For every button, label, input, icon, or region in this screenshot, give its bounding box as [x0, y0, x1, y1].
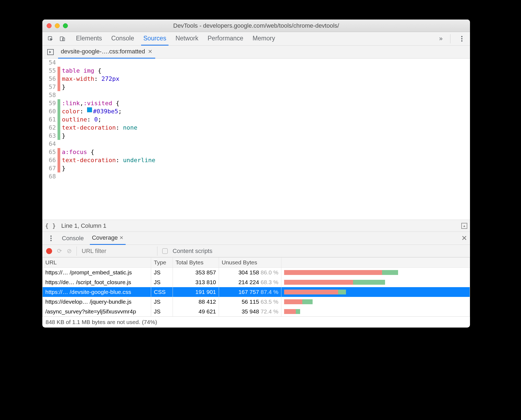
editor-statusbar: { } Line 1, Column 1	[42, 220, 470, 232]
file-tab[interactable]: devsite-google-….css:formatted ✕	[58, 45, 155, 59]
cell-unused: 304 15886.0 %	[219, 268, 281, 278]
devtools-window: DevTools - developers.google.com/web/too…	[42, 20, 470, 328]
titlebar: DevTools - developers.google.com/web/too…	[42, 20, 470, 32]
line-number: 64	[42, 140, 56, 148]
cell-url: https://de… /script_foot_closure.js	[43, 277, 151, 287]
tab-performance[interactable]: Performance	[205, 32, 246, 46]
pretty-print-button[interactable]: { }	[45, 222, 56, 229]
code-area[interactable]: table img { max-width: 272px}:link,:visi…	[60, 59, 470, 220]
close-file-icon[interactable]: ✕	[148, 48, 153, 55]
coverage-marker	[58, 99, 60, 107]
clear-icon[interactable]: ⊘	[67, 248, 72, 255]
line-number: 63	[42, 132, 56, 140]
line-number: 67	[42, 164, 56, 172]
coverage-marker	[58, 91, 60, 99]
tab-console[interactable]: Console	[109, 32, 136, 46]
content-scripts-label: Content scripts	[173, 248, 212, 255]
code-line[interactable]: outline: 0;	[62, 116, 470, 124]
coverage-row[interactable]: https://de… /script_foot_closure.jsJS313…	[43, 277, 470, 287]
coverage-marker	[58, 116, 60, 124]
code-line[interactable]: text-decoration: none	[62, 124, 470, 132]
coverage-marker	[58, 156, 60, 164]
tab-memory[interactable]: Memory	[250, 32, 277, 46]
close-drawer-icon[interactable]: ✕	[461, 234, 467, 242]
toggle-bottom-drawer-icon[interactable]	[461, 223, 467, 229]
tab-overflow[interactable]: »	[437, 32, 445, 45]
reload-icon[interactable]: ⟳	[57, 248, 62, 255]
show-navigator-icon[interactable]	[47, 48, 54, 56]
line-number: 62	[42, 124, 56, 132]
code-line[interactable]	[62, 59, 470, 67]
drawer: ConsoleCoverage✕ ✕ ⟳ ⊘ Content scripts U…	[42, 232, 470, 328]
line-gutter: 545556575859606162636465666768	[42, 59, 58, 220]
coverage-row[interactable]: https://… /prompt_embed_static.jsJS353 8…	[43, 268, 470, 278]
coverage-row[interactable]: https://… /devsite-google-blue.cssCSS191…	[43, 287, 470, 297]
file-tabstrip: devsite-google-….css:formatted ✕	[42, 46, 470, 59]
file-tab-name: devsite-google-….css:formatted	[61, 48, 145, 55]
cell-unused: 35 94872.4 %	[219, 307, 281, 316]
line-number: 60	[42, 107, 56, 116]
coverage-table[interactable]: URL Type Total Bytes Unused Bytes https:…	[42, 257, 470, 316]
cell-bar	[281, 297, 470, 307]
col-url[interactable]: URL	[43, 258, 151, 268]
line-number: 65	[42, 148, 56, 156]
device-toggle-icon[interactable]	[59, 35, 66, 43]
code-line[interactable]	[62, 172, 470, 181]
code-line[interactable]	[62, 91, 470, 99]
coverage-marker	[58, 75, 60, 83]
zoom-window-button[interactable]	[63, 23, 68, 28]
line-number: 66	[42, 156, 56, 164]
col-unused[interactable]: Unused Bytes	[219, 258, 281, 268]
close-tab-icon[interactable]: ✕	[119, 235, 123, 241]
code-line[interactable]: a:focus {	[62, 148, 470, 156]
code-line[interactable]: }	[62, 132, 470, 140]
cell-bar	[281, 268, 470, 278]
coverage-marker	[58, 148, 60, 156]
url-filter-input[interactable]	[82, 248, 152, 255]
kebab-menu-icon[interactable]	[458, 35, 466, 43]
close-window-button[interactable]	[47, 23, 52, 28]
minimize-window-button[interactable]	[55, 23, 60, 28]
code-line[interactable]: text-decoration: underline	[62, 156, 470, 164]
code-line[interactable]: table img {	[62, 67, 470, 75]
tab-sources[interactable]: Sources	[141, 32, 168, 46]
window-title: DevTools - developers.google.com/web/too…	[42, 22, 470, 29]
line-number: 54	[42, 59, 56, 67]
code-line[interactable]: }	[62, 164, 470, 172]
code-line[interactable]: }	[62, 83, 470, 91]
tab-elements[interactable]: Elements	[74, 32, 104, 46]
code-line[interactable]: :link,:visited {	[62, 99, 470, 107]
drawer-tab-console[interactable]: Console	[60, 232, 86, 245]
coverage-marker	[58, 124, 60, 132]
line-number: 55	[42, 67, 56, 75]
drawer-tab-coverage[interactable]: Coverage✕	[90, 232, 126, 245]
cell-unused: 167 75787.4 %	[219, 287, 281, 297]
col-visual[interactable]	[281, 258, 470, 268]
coverage-row[interactable]: /async_survey?site=ylj5ifxusvvmr4pJS49 6…	[43, 307, 470, 316]
cell-bar	[281, 287, 470, 297]
code-line[interactable]: max-width: 272px	[62, 75, 470, 83]
line-number: 57	[42, 83, 56, 91]
col-type[interactable]: Type	[151, 258, 173, 268]
source-editor[interactable]: 545556575859606162636465666768 table img…	[42, 59, 470, 220]
window-controls	[47, 23, 68, 28]
content-scripts-checkbox[interactable]	[162, 248, 168, 254]
inspect-element-icon[interactable]	[47, 35, 54, 43]
coverage-toolbar: ⟳ ⊘ Content scripts	[42, 245, 470, 257]
cell-total: 49 621	[173, 307, 219, 316]
record-button[interactable]	[46, 248, 52, 254]
col-total[interactable]: Total Bytes	[173, 258, 219, 268]
coverage-summary: 848 KB of 1.1 MB bytes are not used. (74…	[42, 316, 470, 328]
code-line[interactable]	[62, 140, 470, 148]
cell-bar	[281, 277, 470, 287]
coverage-row[interactable]: https://develop… /jquery-bundle.jsJS88 4…	[43, 297, 470, 307]
cell-url: https://… /devsite-google-blue.css	[43, 287, 151, 297]
svg-point-8	[50, 238, 52, 239]
drawer-menu-icon[interactable]	[47, 235, 55, 242]
coverage-marker	[58, 132, 60, 140]
cell-unused: 56 11563.5 %	[219, 297, 281, 307]
code-line[interactable]: color: #039be5;	[62, 107, 470, 116]
cursor-position: Line 1, Column 1	[61, 222, 106, 229]
tab-network[interactable]: Network	[173, 32, 201, 46]
cell-type: CSS	[151, 287, 173, 297]
